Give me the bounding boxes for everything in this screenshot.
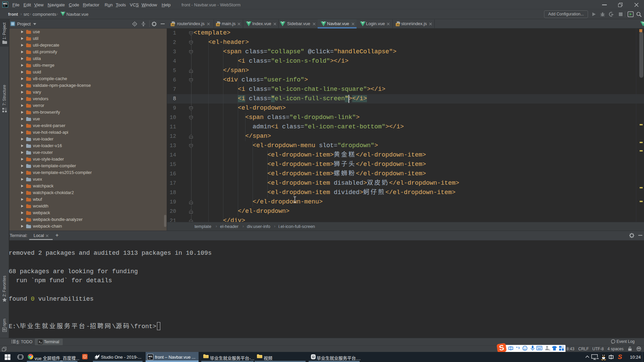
svg-text:JS: JS bbox=[396, 23, 399, 26]
svg-text:JS: JS bbox=[171, 23, 174, 26]
svg-text:JS: JS bbox=[216, 23, 219, 26]
svg-text:12: 12 bbox=[549, 349, 550, 351]
